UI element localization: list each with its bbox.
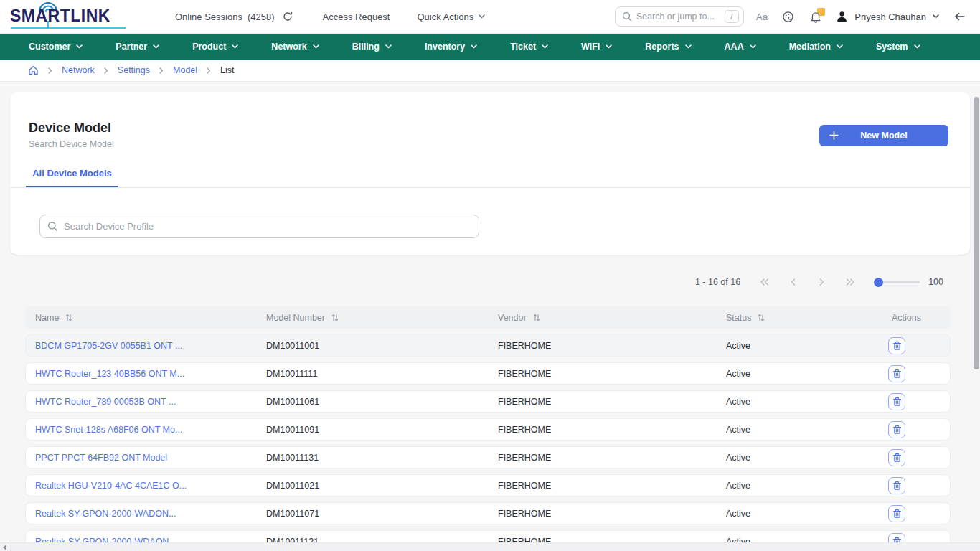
actions-cell <box>867 393 950 410</box>
nav-item-label: Mediation <box>789 42 831 52</box>
breadcrumb-link[interactable]: Network <box>62 65 95 75</box>
model-name-link[interactable]: PPCT PPCT 64FB92 ONT Model <box>35 453 167 463</box>
nav-menu-item[interactable]: System <box>876 42 920 52</box>
vendor-cell: FIBERHOME <box>498 369 726 379</box>
nav-menu-item[interactable]: Billing <box>352 42 392 52</box>
trash-icon <box>892 369 902 379</box>
pagination: 1 - 16 of 16 100 <box>695 273 943 291</box>
trash-icon <box>892 509 902 519</box>
user-menu[interactable]: Priyesh Chauhan <box>836 11 939 22</box>
breadcrumb: Network Settings Model List <box>0 60 980 82</box>
name-cell: HWTC Router_789 00053B ONT ... <box>26 397 266 407</box>
column-header-model-number[interactable]: Model Number <box>266 313 498 323</box>
first-page-button[interactable] <box>759 277 769 287</box>
delete-button[interactable] <box>888 449 905 466</box>
nav-menu-item[interactable]: Ticket <box>510 42 548 52</box>
quick-actions-menu[interactable]: Quick Actions <box>417 11 485 22</box>
chevron-right-icon <box>159 67 164 74</box>
column-header-status[interactable]: Status <box>726 313 867 323</box>
slash-shortcut-badge: / <box>725 10 739 23</box>
slider-knob[interactable] <box>874 278 883 287</box>
device-profile-search[interactable] <box>39 215 479 238</box>
column-header-name[interactable]: Name <box>25 313 266 323</box>
chevron-down-icon <box>153 44 159 49</box>
delete-button[interactable] <box>888 477 905 494</box>
sort-icon[interactable] <box>533 314 540 321</box>
breadcrumb-link[interactable]: Model <box>173 65 197 75</box>
new-model-button[interactable]: New Model <box>819 125 948 146</box>
breadcrumb-link[interactable]: Settings <box>118 65 150 75</box>
status-cell: Active <box>726 453 867 463</box>
logo-tick <box>47 21 49 29</box>
access-request-link[interactable]: Access Request <box>323 11 390 22</box>
sort-icon[interactable] <box>65 314 72 321</box>
nav-menu-item[interactable]: Reports <box>645 42 691 52</box>
nav-item-label: Network <box>271 42 306 52</box>
model-name-link[interactable]: Realtek SY-GPON-2000-WADON... <box>35 509 176 519</box>
delete-button[interactable] <box>888 393 905 410</box>
table-row: Realtek SY-GPON-2000-WADON... DM10011071… <box>25 502 951 524</box>
nav-menu-item[interactable]: WiFi <box>581 42 612 52</box>
sort-icon[interactable] <box>758 314 765 321</box>
nav-menu-item[interactable]: AAA <box>725 42 756 52</box>
tab-all-device-models[interactable]: All Device Models <box>26 168 118 188</box>
model-number-cell: DM10011021 <box>266 481 498 491</box>
font-size-toggle[interactable]: Aa <box>756 11 768 22</box>
actions-cell <box>867 449 950 466</box>
plus-icon <box>829 131 839 140</box>
chevron-down-icon <box>313 44 319 49</box>
model-number-cell: DM10011001 <box>266 341 498 351</box>
page-size-slider[interactable] <box>874 278 920 287</box>
chevron-down-icon <box>232 44 238 49</box>
nav-menu-item[interactable]: Mediation <box>789 42 843 52</box>
search-icon <box>47 221 58 232</box>
scroll-left-arrow-icon[interactable] <box>3 545 6 550</box>
chevron-down-icon <box>542 44 548 49</box>
delete-button[interactable] <box>888 421 905 438</box>
nav-item-label: Product <box>192 42 226 52</box>
delete-button[interactable] <box>888 337 905 354</box>
tab-divider <box>10 187 970 188</box>
sort-icon[interactable] <box>331 314 339 321</box>
chevron-down-icon <box>76 44 83 49</box>
model-name-link[interactable]: BDCM GP1705-2GV 0055B1 ONT ... <box>35 341 182 351</box>
chevron-down-icon <box>606 44 612 49</box>
global-search-input[interactable] <box>636 11 720 22</box>
vertical-scrollbar[interactable] <box>974 97 979 369</box>
model-number-cell: DM10011071 <box>266 509 498 519</box>
home-icon[interactable] <box>27 65 39 76</box>
model-name-link[interactable]: HWTC Router_123 40BB56 ONT M... <box>35 369 184 379</box>
horizontal-scrollbar[interactable] <box>0 542 980 551</box>
name-cell: BDCM GP1705-2GV 0055B1 ONT ... <box>26 341 266 351</box>
refresh-icon[interactable] <box>280 9 296 24</box>
model-name-link[interactable]: HWTC Snet-128s A68F06 ONT Mo... <box>35 425 182 435</box>
vendor-cell: FIBERHOME <box>498 341 726 351</box>
delete-button[interactable] <box>888 505 905 522</box>
global-search[interactable]: / <box>615 6 744 27</box>
page-size-value: 100 <box>928 277 943 287</box>
nav-menu-item[interactable]: Network <box>271 42 319 52</box>
main-navigation: Customer Partner Product Network <box>0 34 980 60</box>
model-name-link[interactable]: HWTC Router_789 00053B ONT ... <box>35 397 176 407</box>
name-cell: HWTC Snet-128s A68F06 ONT Mo... <box>26 425 266 435</box>
table-row: Realtek HGU-V210-4AC 4CAE1C O... DM10011… <box>25 474 951 496</box>
last-page-button[interactable] <box>845 277 855 287</box>
status-cell: Active <box>726 341 867 351</box>
nav-menu-item[interactable]: Product <box>192 42 238 52</box>
online-sessions: Online Sessions (4258) <box>175 9 296 24</box>
back-arrow-icon[interactable] <box>951 9 967 24</box>
delete-button[interactable] <box>888 365 905 382</box>
next-page-button[interactable] <box>816 277 826 287</box>
vendor-cell: FIBERHOME <box>498 481 726 491</box>
theme-palette-icon[interactable] <box>780 9 796 24</box>
model-name-link[interactable]: Realtek HGU-V210-4AC 4CAE1C O... <box>35 481 187 491</box>
notifications-bell-icon[interactable] <box>808 9 824 24</box>
device-model-card: Device Model Search Device Model New Mod… <box>10 92 970 255</box>
prev-page-button[interactable] <box>788 277 798 287</box>
nav-menu-item[interactable]: Customer <box>29 42 83 52</box>
nav-menu-item[interactable]: Inventory <box>425 42 477 52</box>
nav-menu-item[interactable]: Partner <box>116 42 159 52</box>
nav-item-label: Reports <box>645 42 679 52</box>
device-profile-search-input[interactable] <box>64 221 471 232</box>
column-header-vendor[interactable]: Vendor <box>498 313 726 323</box>
